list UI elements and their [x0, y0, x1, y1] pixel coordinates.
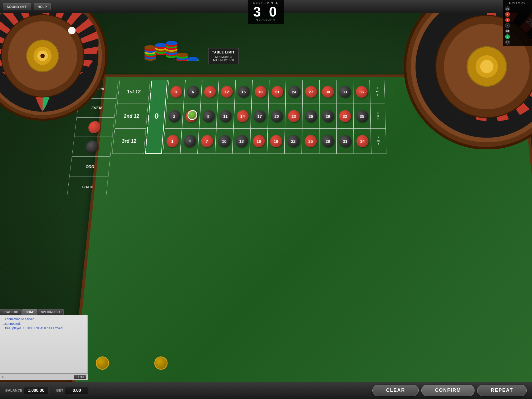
num-cell-27[interactable]: 27: [302, 80, 319, 104]
roulette-wheel-left: [0, 0, 109, 122]
num-cell-30[interactable]: 30: [319, 80, 336, 104]
help-button[interactable]: HELP: [34, 3, 51, 10]
chat-input[interactable]: [5, 375, 72, 379]
num-cell-18[interactable]: 18: [252, 80, 269, 104]
num-cell-4[interactable]: 4: [180, 128, 199, 154]
number-row-2: 2 5 8 11 14 17 20 23 26 29 32 35: [165, 104, 371, 129]
confirm-button[interactable]: CONFIRM: [421, 385, 475, 396]
history-label: HISTORY: [505, 2, 530, 5]
tab-area: STATISTIC CHAT SPECIAL BET ...connecting…: [0, 309, 88, 380]
table-token-left[interactable]: [96, 356, 109, 370]
num-cell-29[interactable]: 29: [319, 104, 336, 129]
tabs: STATISTIC CHAT SPECIAL BET: [0, 309, 88, 315]
bet-value: 0.00: [65, 387, 89, 394]
num-cell-1[interactable]: 1: [163, 128, 182, 154]
dozen-1st[interactable]: 1st 12: [117, 80, 150, 104]
chip-piles: [141, 13, 200, 62]
num-cell-9[interactable]: 9: [201, 80, 219, 104]
svg-point-17: [144, 45, 156, 49]
send-button[interactable]: SEND: [74, 375, 86, 379]
svg-point-32: [166, 41, 177, 45]
num-cell-6[interactable]: 6: [184, 80, 202, 104]
num-cell-16[interactable]: 16: [250, 128, 268, 154]
list-item: 9: [505, 18, 530, 22]
repeat-button[interactable]: REPEAT: [477, 385, 527, 396]
col-2to1-bot[interactable]: 2to1: [371, 128, 386, 154]
num-cell-8[interactable]: 8: [199, 104, 218, 129]
balance-label: BALANCE: [5, 388, 22, 392]
history-items: 35 7 9 2 35 0 22: [505, 6, 530, 45]
num-cell-12[interactable]: 12: [218, 80, 236, 104]
svg-point-37: [176, 53, 188, 57]
svg-point-23: [155, 43, 167, 47]
bet-black[interactable]: [72, 137, 113, 157]
minimum-label: MINIMUM: 3: [212, 55, 235, 59]
svg-point-54: [480, 60, 493, 73]
svg-point-9: [68, 27, 76, 34]
table-limit-title: TABLE LIMIT: [212, 51, 235, 54]
num-cell-21[interactable]: 21: [268, 80, 286, 104]
red-circle: [88, 121, 101, 133]
balance-group: BALANCE 1,000.00: [5, 387, 48, 394]
num-cell-19[interactable]: 19: [267, 128, 285, 154]
num-cell-3[interactable]: 3: [167, 80, 185, 104]
num-cell-35[interactable]: 35: [353, 104, 371, 129]
num-cell-10[interactable]: 10: [215, 128, 234, 154]
col-2to1-top[interactable]: 2to1: [370, 80, 385, 104]
next-spin-panel: NEXT SPIN IN 3 0 SECONDS: [248, 0, 284, 24]
history-dot: 9: [505, 18, 510, 22]
num-cell-5[interactable]: 5: [182, 104, 201, 129]
num-cell-17[interactable]: 17: [251, 104, 268, 129]
bet-odd[interactable]: ODD: [69, 157, 110, 177]
col-2to1-mid[interactable]: 2to1: [370, 104, 386, 129]
history-dot: 2: [505, 23, 510, 28]
num-cell-31[interactable]: 31: [336, 128, 354, 154]
number-row-1: 3 6 9 12 15 18 21 24 27 30 33 36: [167, 80, 370, 104]
num-cell-32[interactable]: 32: [336, 104, 354, 129]
history-dot: 35: [505, 6, 510, 11]
bet-19to36[interactable]: 19 to 36: [67, 177, 108, 197]
tab-chat[interactable]: CHAT: [22, 309, 37, 315]
history-dot: 35: [505, 29, 510, 34]
chat-prompt: >: [2, 375, 4, 379]
dozen-3rd[interactable]: 3rd 12: [112, 128, 146, 154]
num-cell-36[interactable]: 36: [353, 80, 370, 104]
num-cell-25[interactable]: 25: [302, 128, 319, 154]
chat-input-row: > SEND: [0, 373, 88, 380]
num-cell-26[interactable]: 26: [302, 104, 319, 129]
list-item: 2: [505, 23, 530, 28]
sound-off-button[interactable]: SOUND OFF: [3, 3, 31, 10]
bottom-bar: BALANCE 1,000.00 BET 0.00 CLEAR CONFIRM …: [0, 382, 532, 399]
clear-button[interactable]: CLEAR: [372, 385, 419, 396]
balance-value: 1,000.00: [24, 387, 48, 394]
tab-special-bet[interactable]: SPECIAL BET: [38, 309, 64, 315]
num-cell-28[interactable]: 28: [319, 128, 336, 154]
table-token-right[interactable]: [154, 356, 168, 370]
num-cell-34[interactable]: 34: [354, 128, 371, 154]
num-cell-7[interactable]: 7: [198, 128, 216, 154]
history-dot: 7: [505, 12, 510, 17]
col-2to1: 2to1 2to1 2to1: [370, 80, 386, 154]
num-cell-23[interactable]: 23: [285, 104, 302, 129]
num-cell-2[interactable]: 2: [165, 104, 184, 129]
table-limit-box: TABLE LIMIT MINIMUM: 3 MAXIMUM: 500: [208, 48, 239, 64]
list-item: 22: [505, 40, 530, 45]
chat-message-1: ...connecting to server...: [2, 317, 85, 321]
num-cell-14[interactable]: 14: [234, 104, 252, 129]
num-cell-15[interactable]: 15: [235, 80, 252, 104]
svg-point-41: [187, 57, 199, 61]
history-dot: 22: [505, 40, 510, 45]
number-row-3: 1 4 7 10 13 16 19 22 25 28 31 34: [163, 128, 371, 154]
num-cell-22[interactable]: 22: [284, 128, 302, 154]
num-cell-11[interactable]: 11: [216, 104, 235, 129]
tab-statistic[interactable]: STATISTIC: [0, 309, 22, 315]
num-cell-24[interactable]: 24: [285, 80, 303, 104]
list-item: 0: [505, 34, 530, 39]
num-cell-13[interactable]: 13: [232, 128, 251, 154]
dozen-2nd[interactable]: 2nd 12: [115, 104, 148, 129]
seconds-label: SECONDS: [253, 19, 279, 22]
black-circle: [85, 140, 99, 153]
num-cell-20[interactable]: 20: [268, 104, 285, 129]
list-item: 35: [505, 29, 530, 34]
num-cell-33[interactable]: 33: [336, 80, 353, 104]
